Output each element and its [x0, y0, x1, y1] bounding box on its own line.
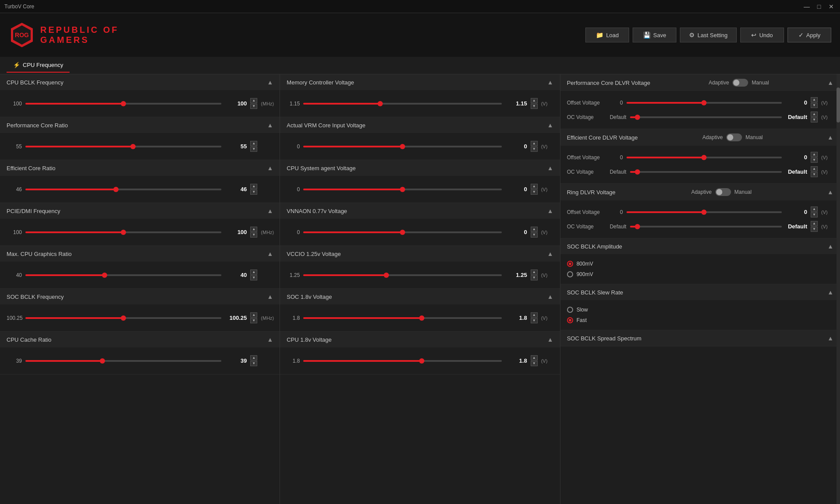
radio-900mv[interactable] — [567, 271, 573, 277]
radio-slow[interactable] — [567, 307, 573, 313]
spin-down-perf-offset[interactable]: ▼ — [811, 103, 818, 108]
spin-down-pcie[interactable]: ▼ — [250, 232, 257, 238]
spin-up-soc18[interactable]: ▲ — [531, 312, 538, 318]
section-perf-core-ratio-header[interactable]: Performance Core Ratio ▲ — [0, 117, 280, 133]
spin-up-cache[interactable]: ▲ — [250, 355, 257, 360]
spin-up-vrm[interactable]: ▲ — [531, 141, 538, 146]
slider-vccio[interactable] — [303, 274, 501, 276]
slider-ring-oc[interactable] — [630, 226, 782, 228]
section-soc-bclk-slew-header[interactable]: SOC BCLK Slew Rate ▲ — [560, 284, 840, 300]
collapse-icon-perf-dlvr[interactable]: ▲ — [827, 79, 833, 86]
radio-fast[interactable] — [567, 317, 573, 323]
spin-up-ring-oc[interactable]: ▲ — [811, 221, 818, 226]
spin-up-eff[interactable]: ▲ — [250, 184, 257, 189]
collapse-icon-mem[interactable]: ▲ — [547, 79, 553, 86]
collapse-icon-gfx[interactable]: ▲ — [267, 250, 273, 257]
section-mem-ctrl-header[interactable]: Memory Controller Voltage ▲ — [280, 74, 560, 90]
maximize-button[interactable]: □ — [815, 2, 823, 11]
section-soc-bclk-freq-header[interactable]: SOC BCLK Frequency ▲ — [0, 289, 280, 304]
section-eff-core-ratio-header[interactable]: Efficient Core Ratio ▲ — [0, 160, 280, 176]
slider-vrm[interactable] — [303, 146, 501, 147]
spin-up-cpu18[interactable]: ▲ — [531, 355, 538, 360]
apply-button[interactable]: ✓ Apply — [788, 28, 831, 42]
undo-button[interactable]: ↩ Undo — [740, 28, 784, 42]
spin-down-perf[interactable]: ▼ — [250, 147, 257, 152]
section-cpu-cache-ratio-header[interactable]: CPU Cache Ratio ▲ — [0, 332, 280, 347]
collapse-icon-eff[interactable]: ▲ — [267, 164, 273, 172]
spin-up-ring-offset[interactable]: ▲ — [811, 206, 818, 212]
section-max-cpu-graphics-header[interactable]: Max. CPU Graphics Ratio ▲ — [0, 246, 280, 262]
slider-perf-offset[interactable] — [626, 102, 782, 104]
collapse-icon-vccio[interactable]: ▲ — [547, 250, 553, 257]
section-ring-dlvr-header[interactable]: Ring DLVR Voltage Adaptive Manual ▲ — [560, 184, 840, 200]
tab-cpu-frequency[interactable]: ⚡ CPU Frequency — [7, 58, 70, 73]
slider-soc18[interactable] — [303, 317, 501, 319]
slider-perf-oc[interactable] — [630, 116, 782, 118]
section-cpu-bclk-header[interactable]: CPU BCLK Frequency ▲ — [0, 74, 280, 90]
spin-up-perf-offset[interactable]: ▲ — [811, 97, 818, 102]
slider-sysagent[interactable] — [303, 189, 501, 190]
spin-down-soc18[interactable]: ▼ — [531, 318, 538, 323]
section-cpu-sysagent-header[interactable]: CPU System agent Voltage ▲ — [280, 160, 560, 176]
spin-down-mem[interactable]: ▼ — [531, 104, 538, 109]
section-pcie-dmi-header[interactable]: PCIE/DMI Frequency ▲ — [0, 203, 280, 219]
slider-mem-ctrl[interactable] — [303, 103, 501, 105]
section-vnnaon-header[interactable]: VNNAON 0.77v Voltage ▲ — [280, 203, 560, 219]
spin-down-vccio[interactable]: ▼ — [531, 275, 538, 280]
load-button[interactable]: 📁 Load — [585, 28, 629, 42]
spin-down-gfx[interactable]: ▼ — [250, 275, 257, 280]
slider-cache[interactable] — [25, 360, 221, 362]
last-setting-button[interactable]: ⚙ Last Setting — [680, 28, 737, 42]
section-soc-bclk-spread-header[interactable]: SOC BCLK Spread Spectrum ▲ — [560, 330, 840, 346]
collapse-icon-eff-dlvr[interactable]: ▲ — [827, 134, 833, 141]
toggle-switch-ring[interactable] — [715, 188, 731, 196]
collapse-icon-cpu18[interactable]: ▲ — [547, 336, 553, 343]
collapse-icon-soc18[interactable]: ▲ — [547, 293, 553, 300]
slider-pcie[interactable] — [25, 231, 221, 233]
toggle-switch-eff[interactable] — [726, 133, 742, 141]
spin-up-pcie[interactable]: ▲ — [250, 227, 257, 232]
spin-down-soc-bclk[interactable]: ▼ — [250, 318, 257, 323]
slider-eff-core[interactable] — [25, 189, 221, 190]
section-cpu-18v-header[interactable]: CPU 1.8v Voltage ▲ — [280, 332, 560, 347]
collapse-icon-slew[interactable]: ▲ — [827, 289, 833, 296]
spin-down-eff-oc[interactable]: ▼ — [811, 172, 818, 177]
section-eff-dlvr-header[interactable]: Efficient Core DLVR Voltage Adaptive Man… — [560, 129, 840, 146]
slider-perf-core[interactable] — [25, 146, 221, 147]
spin-up-vccio[interactable]: ▲ — [531, 270, 538, 275]
spin-down-cache[interactable]: ▼ — [250, 361, 257, 366]
spin-up-perf[interactable]: ▲ — [250, 141, 257, 146]
collapse-icon-vnnaon[interactable]: ▲ — [547, 207, 553, 214]
section-vccio-header[interactable]: VCCIO 1.25v Voltage ▲ — [280, 246, 560, 262]
spin-up-mem[interactable]: ▲ — [531, 98, 538, 103]
collapse-icon-spread[interactable]: ▲ — [827, 335, 833, 342]
save-button[interactable]: 💾 Save — [633, 28, 676, 42]
radio-800mv[interactable] — [567, 261, 573, 267]
section-perf-dlvr-header[interactable]: Performance Core DLVR Voltage Adaptive M… — [560, 74, 840, 91]
slider-eff-offset[interactable] — [626, 157, 782, 158]
spin-down-sysagent[interactable]: ▼ — [531, 189, 538, 195]
spin-down-vnnaon[interactable]: ▼ — [531, 232, 538, 238]
spin-up-eff-offset[interactable]: ▲ — [811, 152, 818, 157]
scrollbar-thumb[interactable] — [836, 88, 840, 122]
collapse-icon-sysagent[interactable]: ▲ — [547, 164, 553, 172]
collapse-icon-pcie[interactable]: ▲ — [267, 207, 273, 214]
collapse-icon-amp[interactable]: ▲ — [827, 243, 833, 250]
close-button[interactable]: ✕ — [827, 2, 836, 11]
spin-up-gfx[interactable]: ▲ — [250, 270, 257, 275]
spin-down-eff[interactable]: ▼ — [250, 189, 257, 195]
slider-soc-bclk[interactable] — [25, 317, 221, 319]
collapse-icon-cache[interactable]: ▲ — [267, 336, 273, 343]
slider-cpu18[interactable] — [303, 360, 501, 362]
spin-down-ring-oc[interactable]: ▼ — [811, 227, 818, 232]
slider-gfx[interactable] — [25, 274, 221, 276]
spin-down-cpu-bclk[interactable]: ▼ — [250, 104, 257, 109]
collapse-icon-vrm[interactable]: ▲ — [547, 122, 553, 129]
slider-vnnaon[interactable] — [303, 231, 501, 233]
spin-up-vnnaon[interactable]: ▲ — [531, 227, 538, 232]
collapse-icon-ring-dlvr[interactable]: ▲ — [827, 189, 833, 196]
spin-down-perf-oc[interactable]: ▼ — [811, 117, 818, 122]
spin-up-cpu-bclk[interactable]: ▲ — [250, 98, 257, 103]
slider-cpu-bclk[interactable] — [25, 103, 221, 105]
spin-down-ring-offset[interactable]: ▼ — [811, 212, 818, 217]
